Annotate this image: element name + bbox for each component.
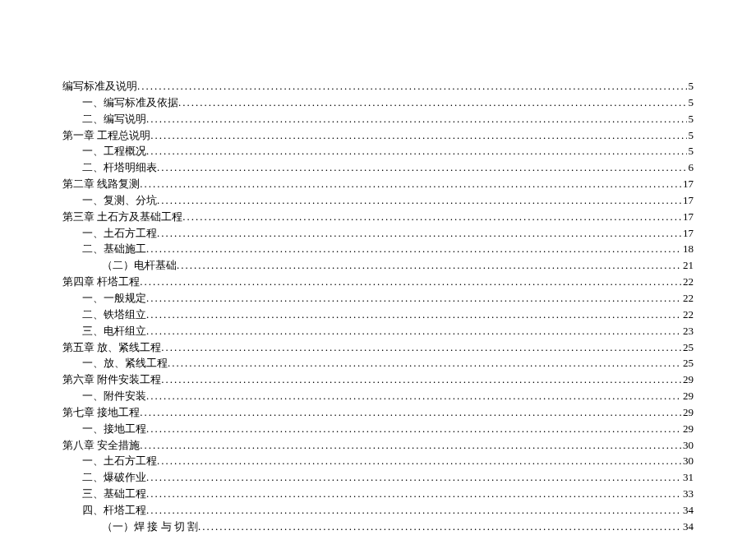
toc-leader-dots	[198, 519, 681, 535]
toc-page-number: 17	[681, 177, 694, 192]
toc-leader-dots	[146, 242, 681, 257]
toc-entry: 编写标准及说明5	[62, 79, 694, 95]
toc-entry: 一、放、紧线工程25	[62, 356, 694, 371]
toc-page-number: 29	[681, 372, 694, 388]
toc-page-number: 33	[681, 487, 694, 502]
toc-title: 二、编写说明	[82, 112, 146, 127]
toc-leader-dots	[146, 470, 681, 486]
toc-leader-dots	[177, 258, 681, 274]
toc-entry: 第七章 接地工程29	[62, 405, 694, 421]
toc-entry: 二、铁塔组立22	[62, 307, 694, 323]
toc-title: 三、电杆组立	[82, 324, 146, 339]
toc-entry: 一、附件安装29	[62, 389, 694, 404]
toc-page-number: 22	[681, 291, 694, 307]
toc-title: 一、复测、分坑	[82, 193, 157, 209]
toc-leader-dots	[146, 487, 681, 502]
toc-leader-dots	[146, 324, 681, 339]
toc-leader-dots	[161, 372, 681, 388]
toc-page-number: 18	[681, 242, 694, 257]
toc-title: （一）焊 接 与 切 割	[102, 519, 198, 535]
toc-entry: 二、爆破作业31	[62, 470, 694, 486]
toc-entry: 一、土石方工程30	[62, 454, 694, 469]
toc-page-number: 5	[687, 112, 694, 127]
toc-entry: 二、编写说明5	[62, 112, 694, 127]
toc-page-number: 21	[681, 258, 694, 274]
toc-leader-dots	[182, 210, 681, 225]
toc-leader-dots	[150, 128, 686, 144]
toc-page-number: 5	[687, 79, 694, 95]
toc-page-number: 31	[681, 470, 694, 486]
toc-leader-dots	[140, 274, 681, 290]
toc-title: 第七章 接地工程	[62, 405, 140, 421]
toc-title: 第三章 土石方及基础工程	[62, 210, 182, 225]
toc-entry: 第三章 土石方及基础工程17	[62, 210, 694, 225]
toc-page-number: 6	[687, 160, 694, 176]
toc-title: 第一章 工程总说明	[62, 128, 150, 144]
toc-title: 一、一般规定	[82, 291, 146, 307]
toc-page-number: 25	[681, 356, 694, 371]
toc-page-number: 5	[687, 128, 694, 144]
toc-leader-dots	[146, 422, 681, 437]
toc-title: 第二章 线路复测	[62, 177, 140, 192]
toc-title: 第六章 附件安装工程	[62, 372, 161, 388]
toc-page-number: 30	[681, 438, 694, 454]
toc-page-number: 17	[681, 226, 694, 242]
toc-title: 编写标准及说明	[62, 79, 137, 95]
toc-page-number: 23	[681, 324, 694, 339]
toc-page-number: 5	[687, 95, 694, 111]
toc-leader-dots	[146, 503, 681, 519]
toc-entry: 第五章 放、紧线工程25	[62, 340, 694, 356]
toc-entry: 第一章 工程总说明5	[62, 128, 694, 144]
toc-title: 一、土石方工程	[82, 454, 157, 469]
toc-title: 第八章 安全措施	[62, 438, 140, 454]
toc-entry: 第八章 安全措施30	[62, 438, 694, 454]
toc-leader-dots	[161, 340, 681, 356]
toc-title: 一、放、紧线工程	[82, 356, 168, 371]
toc-title: 二、铁塔组立	[82, 307, 146, 323]
toc-leader-dots	[146, 389, 681, 404]
toc-title: 第四章 杆塔工程	[62, 274, 140, 290]
toc-entry: 一、工程概况5	[62, 144, 694, 159]
toc-entry: 一、一般规定22	[62, 291, 694, 307]
toc-leader-dots	[157, 160, 687, 176]
toc-page-number: 25	[681, 340, 694, 356]
toc-leader-dots	[146, 144, 687, 159]
toc-entry: 一、编写标准及依据5	[62, 95, 694, 111]
toc-page-number: 29	[681, 405, 694, 421]
toc-page-number: 17	[681, 210, 694, 225]
toc-entry: 一、接地工程29	[62, 422, 694, 437]
toc-entry: 第二章 线路复测17	[62, 177, 694, 192]
toc-entry: 二、杆塔明细表6	[62, 160, 694, 176]
toc-leader-dots	[140, 177, 681, 192]
toc-leader-dots	[146, 112, 687, 127]
toc-title: 二、爆破作业	[82, 470, 146, 486]
toc-page-number: 34	[681, 503, 694, 519]
toc-leader-dots	[157, 226, 681, 242]
toc-entry: （二）电杆基础21	[62, 258, 694, 274]
toc-title: 一、接地工程	[82, 422, 146, 437]
toc-leader-dots	[140, 438, 681, 454]
toc-leader-dots	[157, 193, 681, 209]
toc-leader-dots	[178, 95, 687, 111]
toc-title: 一、编写标准及依据	[82, 95, 178, 111]
toc-page-number: 29	[681, 422, 694, 437]
toc-title: 一、土石方工程	[82, 226, 157, 242]
toc-leader-dots	[140, 405, 681, 421]
toc-page-number: 5	[687, 144, 694, 159]
toc-title: （二）电杆基础	[102, 258, 177, 274]
toc-entry: 二、基础施工18	[62, 242, 694, 257]
toc-entry: 四、杆塔工程34	[62, 503, 694, 519]
toc-title: 第五章 放、紧线工程	[62, 340, 161, 356]
toc-entry: 第四章 杆塔工程22	[62, 274, 694, 290]
toc-title: 一、附件安装	[82, 389, 146, 404]
toc-entry: 三、基础工程33	[62, 487, 694, 502]
toc-entry: （一）焊 接 与 切 割34	[62, 519, 694, 535]
toc-leader-dots	[168, 356, 681, 371]
toc-title: 二、基础施工	[82, 242, 146, 257]
toc-page-number: 22	[681, 274, 694, 290]
toc-entry: 一、土石方工程17	[62, 226, 694, 242]
toc-entry: 第六章 附件安装工程29	[62, 372, 694, 388]
table-of-contents: 编写标准及说明5一、编写标准及依据5二、编写说明5第一章 工程总说明5一、工程概…	[62, 79, 694, 535]
toc-page-number: 17	[681, 193, 694, 209]
toc-title: 二、杆塔明细表	[82, 160, 157, 176]
